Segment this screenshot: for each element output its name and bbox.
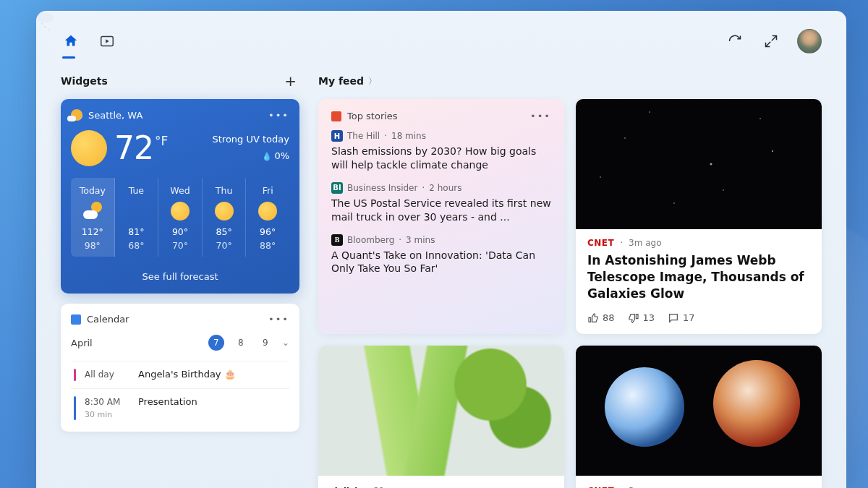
weather-widget[interactable]: Seattle, WA ••• 72°F Strong UV today 0% … bbox=[61, 99, 299, 294]
calendar-month: April bbox=[71, 338, 93, 348]
article-card-planets[interactable]: CNET · 3m ago bbox=[576, 346, 822, 488]
user-avatar[interactable] bbox=[797, 29, 822, 53]
weather-location: Seattle, WA bbox=[88, 110, 142, 121]
article-image bbox=[576, 99, 822, 229]
chevron-right-icon[interactable]: 〉 bbox=[368, 75, 377, 87]
sun-icon bbox=[71, 130, 107, 166]
widgets-panel: Widgets + Seattle, WA ••• 72°F Strong UV… bbox=[36, 11, 846, 488]
top-story-item[interactable]: HThe Hill·18 minsSlash emissions by 2030… bbox=[331, 130, 551, 172]
calendar-icon bbox=[71, 314, 81, 325]
top-stories-more-icon[interactable]: ••• bbox=[530, 111, 551, 121]
videos-tab[interactable] bbox=[97, 31, 117, 51]
add-widget-button[interactable]: + bbox=[281, 72, 299, 90]
weather-condition: Strong UV today bbox=[213, 132, 290, 147]
home-tab[interactable] bbox=[61, 31, 81, 51]
article-card-delish[interactable]: delish · 21m ago bbox=[318, 346, 564, 488]
weather-temp: 72 bbox=[114, 129, 153, 166]
forecast-row: Today112°98°Tue81°68°Wed90°70°Thu85°70°F… bbox=[71, 178, 289, 257]
calendar-day[interactable]: 8 bbox=[233, 335, 249, 351]
calendar-day[interactable]: 9 bbox=[258, 335, 273, 351]
forecast-day[interactable]: Today112°98° bbox=[71, 178, 115, 257]
my-feed-heading[interactable]: My feed bbox=[318, 75, 364, 87]
article-brand: CNET bbox=[587, 238, 614, 248]
top-story-item[interactable]: BIBusiness Insider·2 hoursThe US Postal … bbox=[331, 182, 551, 224]
article-title: In Astonishing James Webb Telescope Imag… bbox=[587, 252, 810, 302]
article-image bbox=[318, 346, 564, 476]
expand-button[interactable] bbox=[761, 31, 781, 51]
calendar-events: All dayAngela's Birthday 🎂8:30 AM30 minP… bbox=[71, 361, 289, 427]
article-card-webb[interactable]: CNET · 3m ago In Astonishing James Webb … bbox=[576, 99, 822, 334]
top-stories-icon bbox=[331, 111, 341, 121]
top-stories-label: Top stories bbox=[347, 111, 398, 121]
article-image bbox=[576, 346, 822, 476]
calendar-title: Calendar bbox=[87, 314, 129, 325]
weather-icon bbox=[71, 109, 82, 121]
top-story-item[interactable]: BBloomberg·3 minsA Quant's Take on Innov… bbox=[331, 234, 551, 276]
comments-button[interactable]: 17 bbox=[668, 312, 695, 324]
refresh-button[interactable] bbox=[725, 31, 745, 51]
forecast-day[interactable]: Tue81°68° bbox=[115, 178, 159, 257]
calendar-widget[interactable]: Calendar ••• April 789⌄ All dayAngela's … bbox=[61, 304, 299, 432]
weather-unit: °F bbox=[155, 134, 168, 148]
article-age: 3m ago bbox=[629, 238, 661, 248]
forecast-day[interactable]: Thu85°70° bbox=[203, 178, 247, 257]
widgets-heading: Widgets bbox=[61, 75, 108, 87]
calendar-event[interactable]: All dayAngela's Birthday 🎂 bbox=[71, 361, 289, 388]
like-button[interactable]: 88 bbox=[587, 312, 615, 324]
top-bar bbox=[61, 25, 822, 57]
weather-precip: 0% bbox=[213, 148, 290, 164]
top-stories-card[interactable]: Top stories ••• HThe Hill·18 minsSlash e… bbox=[318, 99, 564, 334]
weather-more-icon[interactable]: ••• bbox=[268, 110, 289, 121]
forecast-day[interactable]: Wed90°70° bbox=[158, 178, 203, 257]
calendar-day-picker: 789⌄ bbox=[208, 335, 289, 351]
chevron-down-icon[interactable]: ⌄ bbox=[282, 338, 289, 348]
calendar-event[interactable]: 8:30 AM30 minPresentation bbox=[71, 388, 289, 428]
calendar-day[interactable]: 7 bbox=[208, 335, 224, 351]
see-full-forecast-link[interactable]: See full forecast bbox=[71, 267, 289, 286]
dislike-button[interactable]: 13 bbox=[628, 312, 655, 324]
forecast-day[interactable]: Fri96°88° bbox=[246, 178, 289, 257]
calendar-more-icon[interactable]: ••• bbox=[268, 314, 289, 325]
